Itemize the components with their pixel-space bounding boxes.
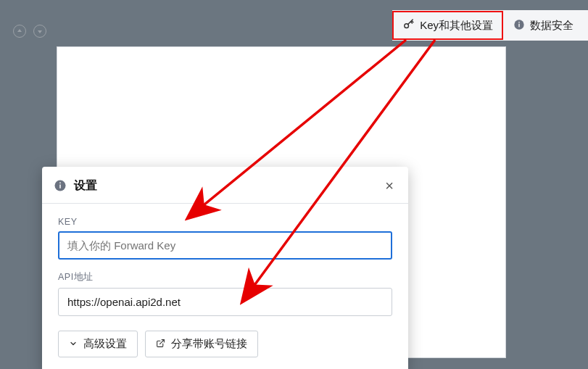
key-icon <box>402 18 415 33</box>
nav-arrow-group <box>13 25 46 38</box>
top-toolbar: Key和其他设置 数据安全 <box>392 10 588 41</box>
key-input[interactable] <box>58 231 392 260</box>
data-security-button[interactable]: 数据安全 <box>503 10 584 41</box>
arrow-down-icon[interactable] <box>33 25 46 38</box>
key-field-label: KEY <box>58 217 392 227</box>
modal-title: 设置 <box>74 178 382 194</box>
svg-rect-2 <box>518 23 519 27</box>
modal-header: 设置 × <box>42 167 408 204</box>
settings-modal: 设置 × KEY API地址 高级设置 分享带账号链接 <box>42 167 408 369</box>
svg-line-7 <box>160 339 164 344</box>
key-settings-button[interactable]: Key和其他设置 <box>392 11 503 40</box>
info-icon <box>54 179 67 192</box>
advanced-settings-button[interactable]: 高级设置 <box>58 331 138 357</box>
chevron-down-icon <box>69 339 78 350</box>
info-icon <box>513 19 525 33</box>
share-link-button[interactable]: 分享带账号链接 <box>145 331 258 357</box>
external-link-icon <box>156 339 165 350</box>
close-icon[interactable]: × <box>382 177 397 194</box>
svg-rect-3 <box>518 22 519 22</box>
svg-rect-6 <box>59 183 61 184</box>
arrow-up-icon[interactable] <box>13 25 26 38</box>
modal-body: KEY API地址 高级设置 分享带账号链接 <box>42 204 408 369</box>
svg-rect-5 <box>59 185 61 188</box>
share-link-label: 分享带账号链接 <box>171 337 247 351</box>
data-security-label: 数据安全 <box>530 19 573 33</box>
key-settings-label: Key和其他设置 <box>420 19 493 33</box>
advanced-settings-label: 高级设置 <box>83 337 127 351</box>
api-field-label: API地址 <box>58 271 392 283</box>
api-address-input[interactable] <box>58 288 392 316</box>
